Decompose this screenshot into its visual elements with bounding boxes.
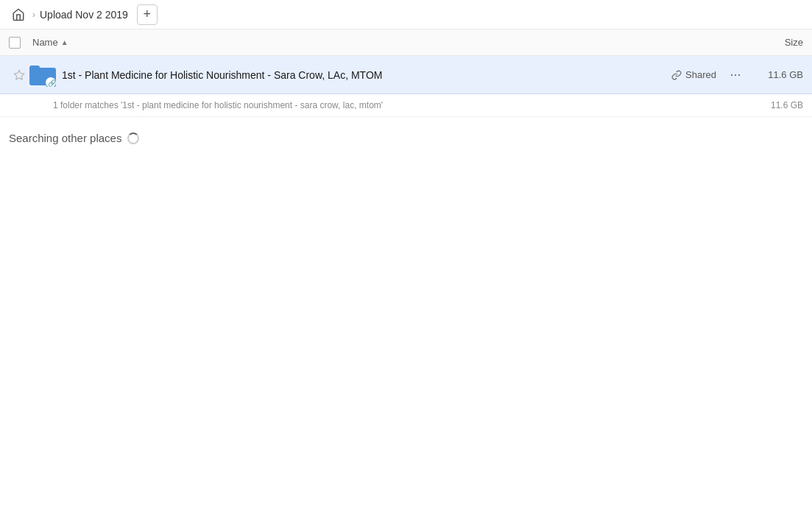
match-info-row: 1 folder matches '1st - plant medicine f… (0, 94, 812, 117)
more-options-button[interactable]: ··· (725, 65, 746, 85)
searching-section: Searching other places (0, 117, 812, 159)
svg-marker-0 (14, 70, 24, 80)
star-button[interactable] (9, 69, 29, 81)
name-column-header[interactable]: Name ▲ (32, 37, 744, 48)
file-row[interactable]: 🔗 1st - Plant Medicine for Holistic Nour… (0, 56, 812, 94)
link-icon (671, 70, 682, 80)
breadcrumb-separator: › (32, 10, 35, 20)
file-size: 11.6 GB (752, 69, 803, 80)
breadcrumb-title: Upload Nov 2 2019 (40, 9, 128, 21)
add-button[interactable]: + (137, 4, 158, 25)
folder-icon: 🔗 (29, 62, 56, 88)
size-column-header: Size (744, 37, 803, 48)
file-name: 1st - Plant Medicine for Holistic Nouris… (62, 69, 671, 81)
match-info-size: 11.6 GB (771, 100, 803, 110)
svg-rect-2 (29, 66, 40, 71)
shared-status: Shared (671, 69, 716, 80)
shared-label: Shared (685, 69, 716, 80)
match-info-text: 1 folder matches '1st - plant medicine f… (53, 100, 383, 110)
home-button[interactable] (9, 5, 28, 24)
loading-spinner (127, 132, 139, 144)
breadcrumb-bar: › Upload Nov 2 2019 + (0, 0, 812, 29)
select-all-checkbox-col (9, 37, 32, 49)
column-headers: Name ▲ Size (0, 29, 812, 56)
select-all-checkbox[interactable] (9, 37, 21, 49)
searching-text: Searching other places (9, 132, 121, 144)
svg-text:🔗: 🔗 (48, 79, 56, 87)
sort-arrow-icon: ▲ (61, 38, 68, 46)
